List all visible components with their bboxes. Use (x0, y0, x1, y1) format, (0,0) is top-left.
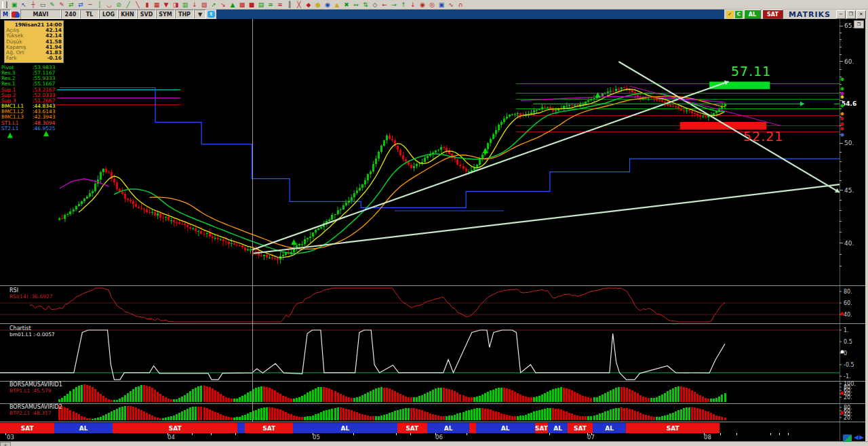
time-tick (353, 433, 354, 435)
drop-icon[interactable]: ↓ (190, 1, 199, 9)
collapse-icon[interactable]: ⇅ (361, 1, 370, 9)
wave-icon[interactable]: ∿ (446, 1, 456, 9)
zoom-plus-button[interactable]: + (0, 442, 11, 446)
lock-icon[interactable]: ▣ (9, 1, 19, 9)
resistance-price-label: 57.11 (731, 64, 771, 79)
time-tick (467, 433, 467, 435)
support-price-label: 52.21 (743, 129, 783, 144)
grid-icon[interactable]: ▥ (180, 1, 190, 9)
alert-icon[interactable]: ▲ (332, 1, 342, 9)
quote-rows: Açılış42.14Yüksek42.14Düşük41.58Kapanış4… (6, 28, 62, 62)
rsi-panel-label: RSI RSI(14) :36.6927 (9, 288, 53, 300)
diamond2-icon[interactable]: ◇ (370, 1, 380, 9)
menu-m-button[interactable]: M (0, 9, 11, 19)
confirm-icon[interactable]: ✓ (726, 11, 734, 18)
hatch-icon[interactable]: ▨ (199, 1, 209, 9)
chart-settings-toolbar: M MAVI240TLLOGKHNSVDSYMTHP ▼ t ✓ C AL SA… (0, 9, 868, 19)
scroll-right-icon[interactable]: ▶ (859, 434, 865, 441)
cross-icon[interactable]: ╳ (294, 1, 304, 9)
tri-up-icon[interactable]: ▲ (228, 1, 237, 9)
trade-button-cluster: ✓ C AL SAT MATRIKS −❐✕ (724, 9, 868, 19)
shade-icon[interactable]: ▩ (237, 1, 247, 9)
setting-cell-240[interactable]: 240 (61, 9, 80, 19)
setting-cell-mavi[interactable]: MAVI (20, 9, 61, 19)
setting-cell-tl[interactable]: TL (80, 9, 99, 19)
rows-icon[interactable]: ▤ (256, 1, 266, 9)
home-icon[interactable]: ∩ (456, 1, 465, 9)
trend-up-icon[interactable]: ╱ (123, 1, 133, 9)
compare-icon[interactable]: ⇄ (66, 1, 76, 9)
scroll-left-icon[interactable]: ◀ (854, 434, 859, 441)
fibo-icon[interactable]: ▦ (152, 1, 161, 9)
svg-text:1.: 1. (844, 327, 849, 333)
camera-icon[interactable]: ◎ (427, 1, 437, 9)
scroll-nav-arrows[interactable]: ◀▶ (854, 434, 865, 441)
symbol-settings-cells: MAVI240TLLOGKHNSVDSYMTHP (20, 9, 194, 19)
time-tick (313, 433, 313, 435)
swap-icon[interactable]: ⇄ (76, 1, 85, 9)
pencil-green-icon[interactable]: ✎ (47, 1, 57, 9)
expand-icon[interactable]: ↔ (351, 1, 361, 9)
fall-icon[interactable]: ↘ (218, 1, 228, 9)
arrow-down-tool-icon[interactable]: ▼ (161, 1, 171, 9)
half-block-icon[interactable]: ◨ (171, 1, 180, 9)
setting-cell-khn[interactable]: KHN (118, 9, 137, 19)
cursor-icon[interactable]: ↖ (19, 1, 28, 9)
record-icon[interactable]: ◉ (418, 1, 427, 9)
down-icon[interactable]: ↓ (408, 1, 418, 9)
chart-workspace[interactable]: 65.60.50.45.40.54.680.60.40.1.0.50-0.5-1… (0, 19, 868, 446)
right-icon[interactable]: → (389, 1, 399, 9)
setting-cell-sym[interactable]: SYM (156, 9, 175, 19)
crosshair-icon[interactable]: ┼ (28, 1, 38, 9)
buy-button[interactable]: AL (744, 9, 761, 19)
svg-text:0.5: 0.5 (844, 339, 852, 345)
block-icon[interactable]: ■ (247, 1, 256, 9)
time-tick (788, 433, 789, 435)
svg-text:50.: 50. (844, 140, 854, 146)
target-icon[interactable]: ◉ (323, 1, 332, 9)
up-icon[interactable]: ↑ (399, 1, 408, 9)
chevron-down-icon[interactable]: ▼ (194, 9, 206, 19)
bm2-panel-label: BORSAMUSAVIRID2 BTP2.L1 :48.317 (9, 405, 62, 416)
rise-icon[interactable]: ↗ (209, 1, 218, 9)
horizontal-scrollbar[interactable]: + (0, 441, 868, 446)
vline-icon[interactable]: │ (95, 1, 104, 9)
bar-icon[interactable]: ▮ (142, 1, 152, 9)
chart-canvas[interactable]: 65.60.50.45.40.54.680.60.40.1.0.50-0.5-1… (0, 19, 868, 446)
lines-green-icon[interactable]: ≡ (266, 1, 275, 9)
window-icon[interactable]: ▣ (437, 1, 446, 9)
twitter-icon[interactable]: t (208, 11, 215, 18)
svg-text:0: 0 (844, 350, 847, 357)
hline-icon[interactable]: ─ (85, 1, 95, 9)
sell-button[interactable]: SAT (762, 9, 783, 19)
clock-icon[interactable]: ● (313, 1, 323, 9)
setting-cell-thp[interactable]: THP (175, 9, 194, 19)
arc-icon[interactable]: ◡ (104, 1, 114, 9)
diamond-icon[interactable]: ◆ (304, 1, 313, 9)
pencil-red-icon[interactable]: ✎ (57, 1, 66, 9)
left-icon[interactable]: ← (380, 1, 389, 9)
parallel-icon[interactable]: ║ (285, 1, 294, 9)
signal-segment-sat: SAT (568, 423, 593, 433)
svg-text:-1.: -1. (844, 373, 851, 380)
window-button-2[interactable]: ✕ (856, 10, 866, 19)
matriks-bird-icon (12, 12, 20, 18)
window-button-1[interactable]: ❐ (846, 10, 856, 19)
svg-text:-0.5: -0.5 (844, 362, 854, 368)
chart-restore-button[interactable]: ❐ (854, 20, 864, 28)
c-mode-icon[interactable]: C (735, 11, 743, 18)
delete-icon[interactable]: ✖ (342, 1, 351, 9)
signal-segment (237, 423, 245, 433)
toolbar-grip[interactable] (2, 1, 7, 8)
ellipse-icon[interactable]: ⊘ (114, 1, 123, 9)
setting-cell-log[interactable]: LOG (99, 9, 118, 19)
setting-cell-svd[interactable]: SVD (137, 9, 156, 19)
chartist-panel-label: Chartist bm01.L1 :-0.0057 (9, 326, 55, 338)
window-button-0[interactable]: − (836, 10, 846, 19)
svg-text:60.: 60. (844, 300, 852, 306)
lines-red-icon[interactable]: ≡ (275, 1, 285, 9)
brand-logo: MATRIKS (789, 10, 831, 19)
trend-down-icon[interactable]: ╲ (133, 1, 142, 9)
region-icon[interactable]: ▭ (38, 1, 47, 9)
signal-segment-al: AL (476, 423, 535, 433)
